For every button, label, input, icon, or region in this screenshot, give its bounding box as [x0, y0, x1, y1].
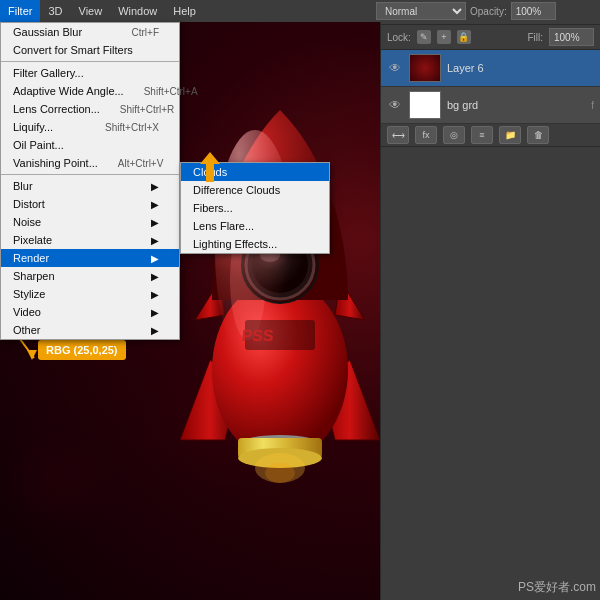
menu-noise[interactable]: Noise ▶ — [1, 213, 179, 231]
menu-video[interactable]: Video ▶ — [1, 303, 179, 321]
layer-thumb-6 — [409, 54, 441, 82]
opacity-input[interactable] — [511, 2, 556, 20]
lock-row: Lock: ✎ + 🔒 Fill: — [381, 25, 600, 50]
layers-panel: Normal Opacity: Lock: ✎ + 🔒 Fill: 👁 Laye… — [380, 0, 600, 600]
menu-sharpen[interactable]: Sharpen ▶ — [1, 267, 179, 285]
blend-mode-select[interactable]: Normal — [376, 2, 466, 20]
menu-filter[interactable]: Filter — [0, 0, 40, 22]
svg-point-16 — [265, 463, 295, 483]
lock-icon-1[interactable]: ✎ — [417, 30, 431, 44]
fx-row: ⟷ fx ◎ ≡ 📁 🗑 — [381, 124, 600, 147]
menu-pixelate[interactable]: Pixelate ▶ — [1, 231, 179, 249]
menu-adaptive-wide[interactable]: Adaptive Wide Angle... Shift+Ctrl+A — [1, 82, 179, 100]
menu-stylize[interactable]: Stylize ▶ — [1, 285, 179, 303]
fx-effects-btn[interactable]: fx — [415, 126, 437, 144]
filter-dropdown: Gaussian Blur Ctrl+F Convert for Smart F… — [0, 22, 180, 340]
layer-name-6: Layer 6 — [447, 62, 484, 74]
menu-lens-correction[interactable]: Lens Correction... Shift+Ctrl+R — [1, 100, 179, 118]
layer-item-bggrd[interactable]: 👁 bg grd f — [381, 87, 600, 124]
menu-oil-paint[interactable]: Oil Paint... — [1, 136, 179, 154]
layer-item-6[interactable]: 👁 Layer 6 — [381, 50, 600, 87]
layer-lock-indicator: f — [591, 100, 594, 111]
layer-visibility-6[interactable]: 👁 — [387, 60, 403, 76]
menu-other[interactable]: Other ▶ — [1, 321, 179, 339]
fx-mask-btn[interactable]: ◎ — [443, 126, 465, 144]
fx-delete-btn[interactable]: 🗑 — [527, 126, 549, 144]
submenu-fibers[interactable]: Fibers... — [181, 199, 329, 217]
menu-gaussian-blur[interactable]: Gaussian Blur Ctrl+F — [1, 23, 179, 41]
menu-help[interactable]: Help — [165, 0, 204, 22]
menu-distort[interactable]: Distort ▶ — [1, 195, 179, 213]
callout-rbg2: RBG (25,0,25) — [38, 340, 126, 360]
lock-icon-3[interactable]: 🔒 — [457, 30, 471, 44]
submenu-lens-flare[interactable]: Lens Flare... — [181, 217, 329, 235]
opacity-label: Opacity: — [470, 6, 507, 17]
svg-marker-24 — [27, 350, 37, 360]
separator-1 — [1, 61, 179, 62]
menu-render[interactable]: Render ▶ — [1, 249, 179, 267]
blend-opacity-bar: Normal Opacity: — [370, 0, 600, 22]
submenu-lighting-effects[interactable]: Lighting Effects... — [181, 235, 329, 253]
menu-bar: Filter 3D View Window Help — [0, 0, 370, 22]
menu-3d[interactable]: 3D — [40, 0, 70, 22]
fx-link-btn[interactable]: ⟷ — [387, 126, 409, 144]
fill-label: Fill: — [527, 32, 543, 43]
rocket-illustration: PSS — [170, 80, 390, 520]
menu-liquify[interactable]: Liquify... Shift+Ctrl+X — [1, 118, 179, 136]
layer-thumb-bggrd — [409, 91, 441, 119]
menu-filter-gallery[interactable]: Filter Gallery... — [1, 64, 179, 82]
svg-marker-18 — [200, 152, 220, 182]
watermark: PS爱好者.com — [518, 579, 596, 596]
lock-icon-2[interactable]: + — [437, 30, 451, 44]
separator-2 — [1, 174, 179, 175]
layer-name-bggrd: bg grd — [447, 99, 478, 111]
fx-adjust-btn[interactable]: ≡ — [471, 126, 493, 144]
fill-input[interactable] — [549, 28, 594, 46]
menu-window[interactable]: Window — [110, 0, 165, 22]
layer-visibility-bggrd[interactable]: 👁 — [387, 97, 403, 113]
menu-vanishing-point[interactable]: Vanishing Point... Alt+Ctrl+V — [1, 154, 179, 172]
menu-convert-smart[interactable]: Convert for Smart Filters — [1, 41, 179, 59]
lock-label: Lock: — [387, 32, 411, 43]
menu-blur[interactable]: Blur ▶ — [1, 177, 179, 195]
fx-group-btn[interactable]: 📁 — [499, 126, 521, 144]
menu-view[interactable]: View — [71, 0, 111, 22]
menu-arrow-indicator — [200, 152, 220, 184]
